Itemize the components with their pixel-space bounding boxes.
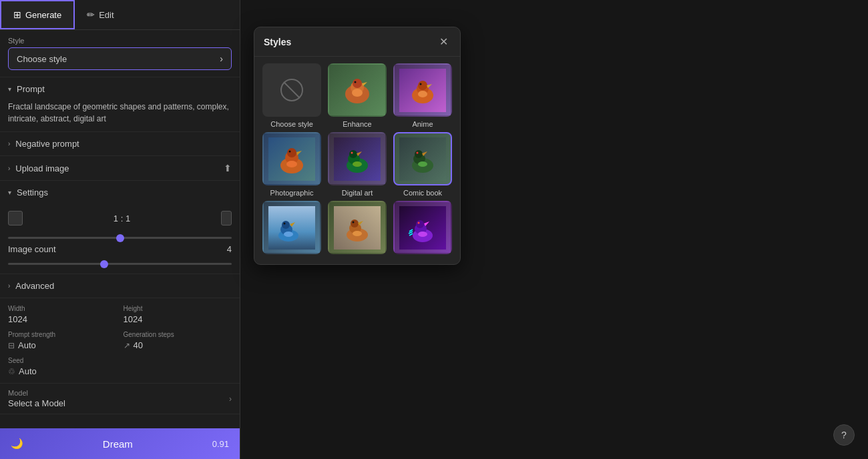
advanced-header[interactable]: › Advanced [0, 274, 240, 298]
count-row: Image count 4 [8, 244, 232, 254]
svg-point-18 [287, 148, 296, 157]
style-selector-button[interactable]: Choose style › [8, 47, 232, 70]
negative-prompt-label: Negative prompt [15, 139, 79, 149]
styles-grid: Choose style E [254, 57, 460, 264]
height-field: Height 1024 [124, 305, 232, 324]
tab-edit[interactable]: ✏ Edit [75, 0, 126, 29]
svg-point-54 [416, 220, 424, 228]
generate-icon: ⊞ [13, 9, 21, 20]
modal-header: Styles ✕ [254, 27, 460, 57]
modal-title: Styles [264, 37, 291, 47]
tab-generate-label: Generate [25, 10, 61, 20]
style-thumb-photographic [262, 132, 321, 185]
prompt-strength-label: Prompt strength [8, 331, 117, 338]
style-item-comic-book[interactable]: Comic book [392, 132, 453, 197]
bird-9-svg [399, 206, 446, 250]
ratio-label: 1 : 1 [114, 213, 130, 223]
bird-photographic-svg [268, 137, 315, 181]
style-thumb-comic-book [393, 132, 452, 185]
style-name-comic-book: Comic book [403, 189, 442, 197]
edit-icon: ✏ [87, 9, 95, 20]
svg-point-47 [351, 219, 359, 227]
no-style-icon [278, 77, 305, 103]
svg-point-4 [353, 79, 362, 88]
chevron-right-icon: › [220, 53, 223, 64]
bird-digital-art-svg [334, 137, 381, 181]
sidebar: ⊞ Generate ✏ Edit Style Choose style › ▾… [0, 0, 240, 459]
dream-icon: 🌙 [11, 438, 23, 450]
ratio-slider[interactable] [8, 237, 232, 239]
height-label: Height [124, 305, 232, 312]
tab-generate[interactable]: ⊞ Generate [0, 0, 75, 29]
height-value: 1024 [124, 314, 232, 324]
generation-steps-field: Generation steps ↗ 40 [124, 331, 232, 350]
prompt-header[interactable]: ▾ Prompt [0, 77, 240, 101]
svg-point-41 [284, 232, 293, 237]
style-item-enhance[interactable]: Enhance [327, 63, 388, 128]
steps-icon: ↗ [124, 341, 130, 350]
style-name-photographic: Photographic [270, 189, 314, 197]
settings-header[interactable]: ▾ Settings [0, 181, 240, 204]
image-count-slider[interactable] [8, 263, 232, 265]
prompt-content[interactable]: Fractal landscape of geometric shapes an… [0, 101, 240, 131]
ratio-box-tall [221, 211, 232, 225]
settings-chevron-icon: ▾ [8, 189, 11, 196]
negative-prompt-header[interactable]: › Negative prompt [0, 132, 240, 155]
style-name-enhance: Enhance [343, 120, 371, 128]
upload-chevron-icon: › [8, 165, 10, 172]
style-item-9[interactable] [392, 201, 453, 258]
style-item-7[interactable] [261, 201, 322, 258]
bird-comic-book-svg [399, 137, 446, 181]
svg-point-14 [420, 83, 422, 85]
style-thumb-none [262, 63, 321, 117]
seed-value-wrap: ♲ Auto [8, 366, 117, 376]
svg-point-50 [353, 221, 355, 223]
style-item-anime[interactable]: Anime [392, 63, 453, 128]
seed-field: Seed ♲ Auto [8, 357, 117, 376]
generation-steps-value-wrap: ↗ 40 [124, 340, 232, 350]
upload-image-header[interactable]: › Upload image ⬆ [0, 156, 240, 180]
style-name-anime: Anime [412, 120, 433, 128]
prompt-header-left: ▾ Prompt [8, 84, 45, 94]
style-item-8[interactable] [327, 201, 388, 258]
help-label: ? [841, 430, 847, 440]
upload-image-header-left: › Upload image [8, 163, 69, 173]
style-item-photographic[interactable]: Photographic [261, 132, 322, 197]
negative-prompt-section: › Negative prompt [0, 132, 240, 156]
style-thumb-9 [393, 201, 452, 254]
svg-point-28 [351, 151, 353, 153]
main-area: Styles ✕ Choose style [240, 0, 868, 459]
prompt-strength-field: Prompt strength ⊟ Auto [8, 331, 117, 350]
help-button[interactable]: ? [833, 424, 855, 446]
svg-point-55 [418, 232, 427, 237]
bird-8-svg [334, 206, 381, 250]
seed-icon: ♲ [8, 367, 15, 376]
width-field: Width 1024 [8, 305, 117, 324]
prompt-strength-value: Auto [18, 340, 36, 350]
upload-image-section: › Upload image ⬆ [0, 156, 240, 181]
svg-point-60 [418, 221, 420, 223]
settings-content: 1 : 1 Image count 4 [0, 204, 240, 274]
svg-point-25 [349, 150, 357, 158]
prompt-label: Prompt [17, 84, 45, 94]
upload-image-label: Upload image [15, 163, 69, 173]
style-item-none[interactable]: Choose style [261, 63, 322, 128]
model-label: Model [8, 389, 65, 397]
svg-point-5 [352, 89, 363, 97]
model-section[interactable]: Model Select a Model › [0, 384, 240, 414]
style-thumb-7 [262, 201, 321, 254]
seed-label: Seed [8, 357, 117, 364]
svg-line-1 [284, 82, 300, 98]
negative-prompt-header-left: › Negative prompt [8, 139, 79, 149]
svg-point-40 [282, 221, 290, 229]
dream-button[interactable]: 🌙 Dream 0.91 [0, 428, 240, 459]
svg-point-32 [415, 150, 423, 158]
advanced-chevron-icon: › [8, 282, 10, 290]
bird-anime-svg [399, 69, 446, 112]
modal-close-button[interactable]: ✕ [437, 35, 451, 48]
style-item-digital-art[interactable]: Digital art [327, 132, 388, 197]
style-thumb-8 [328, 201, 387, 254]
svg-point-35 [417, 151, 419, 153]
prompt-strength-value-wrap: ⊟ Auto [8, 340, 117, 350]
image-count-value: 4 [227, 244, 232, 254]
